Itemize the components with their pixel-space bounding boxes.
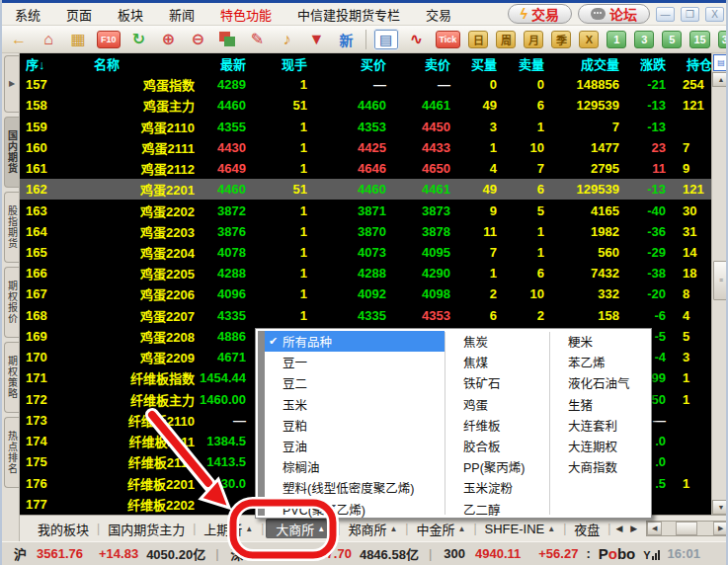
period-15min-button[interactable]: 15 bbox=[689, 31, 709, 48]
column-header-0[interactable]: 序↓ bbox=[20, 54, 53, 73]
menu-item-3[interactable]: 新闻 bbox=[156, 5, 207, 24]
f10-icon[interactable]: F10 bbox=[97, 31, 121, 48]
popup-item-鸡蛋[interactable]: 鸡蛋 bbox=[445, 394, 549, 415]
column-header-4[interactable]: 买价 bbox=[312, 54, 391, 73]
table-row[interactable]: 160鸡蛋211144301442544331101477237 bbox=[20, 137, 711, 158]
column-header-6[interactable]: 买量 bbox=[455, 54, 502, 73]
column-header-5[interactable]: 卖价 bbox=[391, 54, 455, 73]
table-row[interactable]: 158鸡蛋主力44605144604461496129539-13121 bbox=[20, 95, 711, 116]
notebook-icon[interactable]: ▦ bbox=[67, 30, 89, 49]
table-row[interactable]: 161鸡蛋21124649146464650472795119 bbox=[20, 158, 711, 179]
popup-item-液化石油气[interactable]: 液化石油气 bbox=[550, 372, 651, 393]
menu-item-0[interactable]: 系统 bbox=[2, 5, 53, 24]
column-header-7[interactable]: 卖量 bbox=[502, 54, 549, 73]
popup-item-纤维板[interactable]: 纤维板 bbox=[445, 415, 549, 436]
column-header-8[interactable]: 成交量 bbox=[549, 54, 624, 73]
sidebar-tab-国内期货[interactable]: 国内期货 bbox=[4, 117, 19, 188]
hscroll-left-icon[interactable]: ◀ bbox=[647, 522, 662, 535]
popup-item-铁矿石[interactable]: 铁矿石 bbox=[445, 372, 549, 393]
menu-item-6[interactable]: 交易 bbox=[413, 5, 464, 24]
popup-item-PVC(聚氯乙烯)[interactable]: PVC(聚氯乙烯) bbox=[265, 499, 445, 520]
popup-item-棕榈油[interactable]: 棕榈油 bbox=[265, 456, 445, 477]
table-row[interactable]: 168鸡蛋2207433514335435362158-64 bbox=[20, 305, 711, 326]
horizontal-scrollbar[interactable]: ◀ ▶ bbox=[646, 521, 728, 536]
popup-item-豆粕[interactable]: 豆粕 bbox=[265, 415, 445, 436]
popup-item-豆油[interactable]: 豆油 bbox=[265, 436, 445, 456]
exchange-tab-我的板块[interactable]: 我的板块 bbox=[32, 520, 95, 538]
table-row[interactable]: 165鸡蛋2204407814073409571560-2914 bbox=[20, 242, 711, 263]
popup-item-玉米[interactable]: 玉米 bbox=[265, 394, 445, 415]
popup-item-粳米[interactable]: 粳米 bbox=[550, 331, 651, 352]
exchange-tab-国内期货主力[interactable]: 国内期货主力 bbox=[102, 520, 191, 538]
popup-item-大连期权[interactable]: 大连期权 bbox=[550, 436, 651, 456]
menu-item-5[interactable]: 中信建投期货专栏 bbox=[284, 5, 413, 24]
sidebar-expander[interactable]: ▶ bbox=[4, 55, 19, 113]
sidebar-tab-热点排名[interactable]: 热点排名 bbox=[4, 417, 19, 488]
popup-item-乙二醇[interactable]: 乙二醇 bbox=[445, 499, 549, 520]
popup-item-焦炭[interactable]: 焦炭 bbox=[445, 331, 549, 352]
chart-icon[interactable]: ∿ bbox=[406, 30, 428, 49]
tab-scroll-left-icon[interactable]: ◀ bbox=[612, 524, 625, 533]
column-header-1[interactable]: 名称 bbox=[53, 54, 200, 73]
menu-item-1[interactable]: 页面 bbox=[53, 5, 105, 24]
period-month-button[interactable]: 月 bbox=[524, 31, 543, 48]
popup-item-苯乙烯[interactable]: 苯乙烯 bbox=[550, 352, 651, 372]
new-quote-label[interactable]: 新 bbox=[336, 30, 358, 49]
popup-item-胶合板[interactable]: 胶合板 bbox=[445, 436, 549, 456]
refresh-icon[interactable]: ↻ bbox=[128, 30, 150, 49]
column-header-3[interactable]: 现手 bbox=[251, 54, 312, 73]
column-header-10[interactable]: 持仓 bbox=[671, 54, 711, 73]
pencil-icon[interactable]: ✎ bbox=[247, 30, 269, 49]
hscroll-thumb[interactable] bbox=[676, 522, 697, 535]
table-row[interactable]: 162鸡蛋220144605144604461496129539-13121 bbox=[20, 179, 711, 200]
period-week-button[interactable]: 周 bbox=[496, 31, 516, 48]
hscroll-right-icon[interactable]: ▶ bbox=[713, 522, 728, 535]
scroll-thumb[interactable]: ≡ bbox=[713, 261, 728, 300]
period-30min-button[interactable]: 30 bbox=[718, 31, 728, 48]
period-3min-button[interactable]: 3 bbox=[634, 31, 654, 48]
period-1min-button[interactable]: 1 bbox=[607, 31, 626, 48]
exchange-tab-夜盘[interactable]: 夜盘 bbox=[568, 520, 606, 538]
popup-item-大商指数[interactable]: 大商指数 bbox=[550, 456, 651, 477]
period-x-button[interactable]: X bbox=[579, 31, 599, 48]
popup-item-大连套利[interactable]: 大连套利 bbox=[550, 415, 651, 436]
exchange-tab-郑商所[interactable]: 郑商所▲ bbox=[342, 520, 403, 538]
menu-item-2[interactable]: 板块 bbox=[105, 5, 156, 24]
minimize-button[interactable]: — bbox=[656, 7, 675, 22]
horn-icon[interactable]: ♪ bbox=[277, 30, 298, 49]
popup-item-豆二[interactable]: 豆二 bbox=[265, 372, 445, 393]
home-icon[interactable]: ⌂ bbox=[38, 30, 59, 49]
table-row[interactable]: 164鸡蛋220338761387038781111982-3631 bbox=[20, 221, 711, 242]
popup-item-塑料(线型低密度聚乙烯)[interactable]: 塑料(线型低密度聚乙烯) bbox=[265, 477, 445, 498]
scroll-up-icon[interactable]: ▲ bbox=[712, 72, 728, 87]
forum-button[interactable]: 论坛 bbox=[578, 4, 650, 24]
table-row[interactable]: 166鸡蛋22054288142884290167432-3818 bbox=[20, 263, 711, 283]
tick-chart-button[interactable]: Tick bbox=[436, 31, 461, 48]
exchange-tab-上期所[interactable]: 上期所▲ bbox=[198, 520, 259, 538]
scroll-down-icon[interactable]: ▼ bbox=[712, 500, 728, 515]
close-button[interactable]: X bbox=[705, 7, 724, 22]
popup-item-豆一[interactable]: 豆一 bbox=[265, 352, 445, 372]
period-day-button[interactable]: 日 bbox=[468, 31, 488, 48]
scroll-track[interactable]: ≡ bbox=[712, 87, 728, 500]
hscroll-track[interactable] bbox=[662, 522, 713, 535]
table-row[interactable]: 159鸡蛋21104355143534450317-13 bbox=[20, 116, 711, 136]
exchange-tab-中金所[interactable]: 中金所▲ bbox=[410, 520, 471, 538]
maximize-button[interactable]: ❐ bbox=[681, 7, 699, 22]
corner-restore-icon[interactable]: ▤ bbox=[713, 54, 728, 71]
vertical-scrollbar[interactable]: ▤ ▲ ≡ ▼ bbox=[711, 53, 728, 515]
popup-item-生猪[interactable]: 生猪 bbox=[550, 394, 651, 415]
trade-button[interactable]: ϟ 交易 bbox=[508, 4, 572, 24]
popup-item-焦煤[interactable]: 焦煤 bbox=[445, 352, 549, 372]
popup-item-PP(聚丙烯)[interactable]: PP(聚丙烯) bbox=[445, 456, 549, 477]
menu-item-4[interactable]: 特色功能 bbox=[207, 5, 284, 24]
table-row[interactable]: 167鸡蛋22064096140924098210332-208 bbox=[20, 283, 711, 304]
column-header-2[interactable]: 最新 bbox=[200, 54, 251, 73]
blocks-icon[interactable] bbox=[217, 30, 239, 49]
filter-icon[interactable]: ▼ bbox=[306, 30, 328, 49]
period-season-button[interactable]: 季 bbox=[551, 31, 571, 48]
sidebar-tab-期权报价[interactable]: 期权报价 bbox=[4, 267, 19, 338]
quote-board-icon[interactable]: ▤ bbox=[374, 30, 398, 49]
sidebar-tab-期权策略[interactable]: 期权策略 bbox=[4, 342, 19, 413]
exchange-tab-大商所[interactable]: 大商所▲ bbox=[266, 519, 335, 538]
